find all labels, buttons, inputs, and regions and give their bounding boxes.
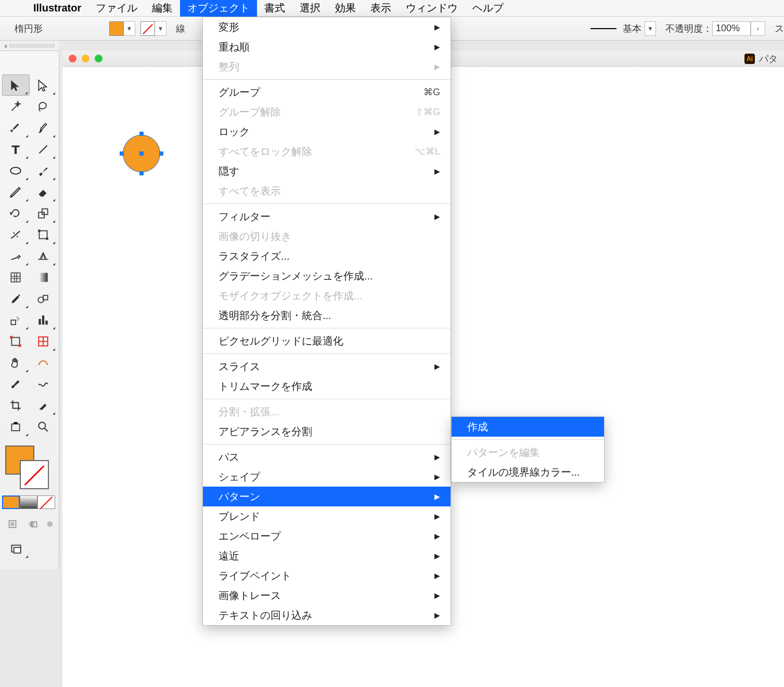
brush-style-preview[interactable] — [590, 28, 616, 29]
mesh-tool[interactable] — [2, 266, 30, 288]
menu-item[interactable]: 重ね順▶ — [203, 37, 451, 57]
menu-item[interactable]: ピクセルグリッドに最適化 — [203, 331, 451, 351]
color-mode-gradient[interactable] — [20, 495, 37, 509]
crop-tool[interactable] — [2, 395, 30, 416]
menu-item[interactable]: シェイプ▶ — [203, 467, 451, 487]
direct-selection-tool[interactable] — [30, 74, 57, 96]
knife-tool[interactable] — [30, 395, 57, 416]
menu-item[interactable]: エンベロープ▶ — [203, 526, 451, 546]
slice-tool[interactable] — [30, 330, 57, 352]
resize-handle-bottom[interactable] — [139, 171, 144, 175]
color-mode-row — [2, 495, 57, 509]
screen-mode-toggle[interactable] — [2, 538, 30, 559]
menu-effect[interactable]: 効果 — [328, 0, 363, 17]
resize-handle-top[interactable] — [139, 132, 144, 136]
opacity-dropdown[interactable]: › — [751, 21, 765, 36]
width-tool[interactable] — [2, 224, 30, 245]
rotate-tool[interactable] — [2, 202, 30, 224]
window-zoom-button[interactable] — [95, 55, 102, 62]
fill-swatch[interactable] — [109, 21, 124, 36]
lasso-tool[interactable] — [30, 96, 57, 117]
menu-type[interactable]: 書式 — [257, 0, 292, 17]
app-name[interactable]: Illustrator — [26, 2, 88, 14]
stroke-dropdown[interactable]: ▼ — [155, 21, 166, 36]
draw-normal-mode[interactable] — [2, 513, 23, 535]
menu-item-label: すべてを表示 — [219, 184, 281, 198]
draw-behind-mode[interactable] — [23, 513, 44, 535]
submenu-arrow-icon: ▶ — [434, 362, 440, 371]
menu-edit[interactable]: 編集 — [145, 0, 180, 17]
curve-tool[interactable] — [30, 352, 57, 373]
center-handle[interactable] — [139, 151, 144, 156]
menu-item[interactable]: テキストの回り込み▶ — [203, 605, 451, 625]
menu-item[interactable]: 隠す▶ — [203, 161, 451, 181]
column-graph-tool[interactable] — [30, 309, 57, 330]
wrinkle-tool[interactable] — [30, 373, 57, 395]
color-mode-solid[interactable] — [2, 495, 20, 509]
menu-item[interactable]: ロック▶ — [203, 122, 451, 142]
window-minimize-button[interactable] — [82, 55, 89, 62]
menu-item[interactable]: ライブペイント▶ — [203, 566, 451, 586]
menu-select[interactable]: 選択 — [292, 0, 328, 17]
menu-item[interactable]: グラデーションメッシュを作成... — [203, 266, 451, 286]
submenu-item[interactable]: タイルの境界線カラー... — [452, 462, 604, 482]
hand-tool[interactable] — [2, 352, 30, 373]
menu-item[interactable]: スライス▶ — [203, 357, 451, 376]
ellipse-tool[interactable] — [2, 160, 30, 181]
menu-item[interactable]: 遠近▶ — [203, 546, 451, 566]
line-segment-tool[interactable] — [30, 138, 57, 160]
scale-tool[interactable] — [30, 202, 57, 224]
opacity-input[interactable]: 100% — [712, 21, 751, 36]
menu-item[interactable]: ラスタライズ... — [203, 246, 451, 266]
menu-item[interactable]: グループ⌘G — [203, 82, 451, 102]
blend-tool[interactable] — [30, 288, 57, 309]
stroke-color-swatch[interactable] — [20, 460, 49, 489]
menu-item[interactable]: ブレンド▶ — [203, 506, 451, 526]
window-close-button[interactable] — [69, 55, 76, 62]
magic-wand-tool[interactable] — [2, 96, 30, 117]
menu-view[interactable]: 表示 — [363, 0, 399, 17]
symbol-sprayer-tool[interactable] — [2, 309, 30, 330]
menu-item[interactable]: 透明部分を分割・統合... — [203, 306, 451, 325]
zoom-tool[interactable] — [30, 416, 57, 437]
menu-help[interactable]: ヘルプ — [465, 0, 511, 17]
free-transform-tool[interactable] — [30, 224, 57, 245]
paintbrush-tool[interactable] — [30, 160, 57, 181]
draw-inside-mode[interactable] — [43, 513, 57, 535]
menu-item[interactable]: 変形▶ — [203, 17, 451, 37]
selected-ellipse-shape[interactable] — [120, 132, 163, 175]
menu-item[interactable]: パターン▶ — [203, 487, 451, 506]
print-tiling-tool[interactable] — [2, 416, 30, 437]
submenu-item[interactable]: 作成 — [452, 417, 604, 437]
menu-window[interactable]: ウィンドウ — [399, 0, 465, 17]
fill-dropdown[interactable]: ▼ — [124, 21, 135, 36]
panel-collapse-strip[interactable]: ‹‹ — [0, 41, 59, 51]
menu-file[interactable]: ファイル — [88, 0, 145, 17]
curvature-tool[interactable] — [30, 117, 57, 138]
resize-handle-left[interactable] — [120, 151, 124, 156]
shape-builder-tool[interactable] — [2, 245, 30, 266]
perspective-grid-tool[interactable] — [30, 245, 57, 266]
blob-brush-tool[interactable] — [2, 373, 30, 395]
brush-style-name[interactable]: 基本 — [620, 22, 645, 35]
shaper-tool[interactable] — [2, 181, 30, 202]
menu-item[interactable]: フィルター▶ — [203, 207, 451, 226]
pen-tool[interactable] — [2, 117, 30, 138]
menu-item[interactable]: トリムマークを作成 — [203, 376, 451, 396]
stroke-swatch[interactable] — [140, 21, 155, 36]
menu-item[interactable]: パス▶ — [203, 447, 451, 467]
color-mode-none[interactable] — [37, 495, 55, 509]
menu-item[interactable]: アピアランスを分割 — [203, 422, 451, 441]
panel-tab[interactable]: Ai パタ — [744, 53, 784, 65]
menu-object[interactable]: オブジェクト — [180, 0, 257, 17]
brush-style-dropdown[interactable]: ▼ — [645, 21, 656, 36]
artboard-tool[interactable] — [2, 330, 30, 352]
eraser-tool[interactable] — [30, 181, 57, 202]
menu-item: モザイクオブジェクトを作成... — [203, 286, 451, 306]
gradient-tool[interactable] — [30, 266, 57, 288]
eyedropper-tool[interactable] — [2, 288, 30, 309]
resize-handle-right[interactable] — [159, 151, 163, 156]
type-tool[interactable] — [2, 138, 30, 160]
selection-tool[interactable] — [2, 74, 30, 96]
menu-item[interactable]: 画像トレース▶ — [203, 586, 451, 605]
